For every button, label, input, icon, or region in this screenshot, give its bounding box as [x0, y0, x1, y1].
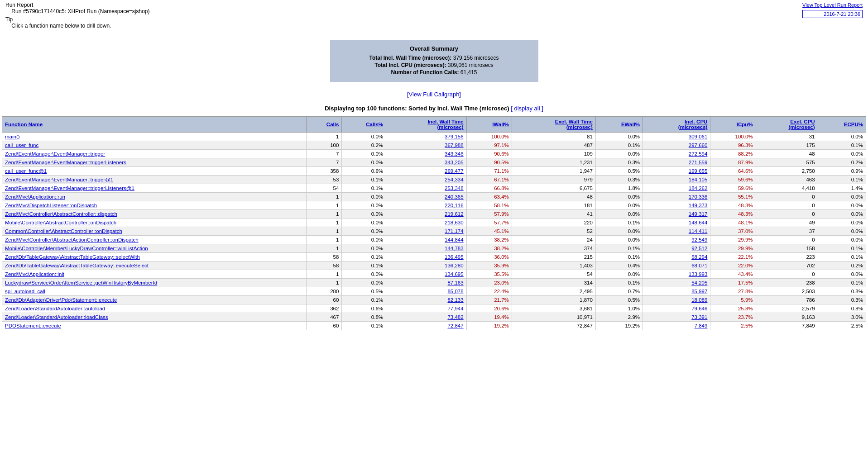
cell-iwall-pct: 23.0% [466, 279, 512, 287]
cell-ewall-pct: 0.3% [595, 158, 643, 167]
cell-ecpu: 223 [756, 253, 818, 261]
cell-calls: 1 [307, 236, 342, 244]
cell-iwt: 253,348 [386, 184, 467, 193]
cell-ecpu: 175 [756, 141, 818, 150]
cell-ecpu: 575 [756, 158, 818, 167]
cell-func-name: Zend\Db\TableGateway\AbstractTableGatewa… [2, 261, 307, 270]
ecpu-sort-link[interactable]: Excl. CPU(microsec) [788, 119, 815, 130]
cell-icpu-pct: 48.3% [710, 210, 756, 219]
ecpu-pct-sort-link[interactable]: ECPU% [844, 122, 863, 127]
icpu-sort-link[interactable]: Incl. CPU(microsecs) [678, 119, 708, 130]
cell-ewt: 374 [512, 244, 595, 253]
function-name-sort-link[interactable]: Function Name [5, 122, 43, 127]
table-row: Mobile\Controller\Member\LuckyDrawContro… [2, 244, 866, 253]
function-link[interactable]: Zend\Loader\StandardAutoloader::autoload [5, 306, 105, 311]
cell-iwt: 77,944 [386, 304, 467, 313]
cell-ewt: 220 [512, 219, 595, 227]
callgraph-link[interactable]: [View Full Callgraph] [407, 91, 461, 98]
function-link[interactable]: Mobile\Controller\AbstractController::on… [5, 220, 116, 225]
function-link[interactable]: Zend\Db\Adapter\Driver\Pdo\Statement::ex… [5, 297, 117, 303]
run-report-label: Run Report [5, 2, 33, 8]
function-link[interactable]: Zend\Db\TableGateway\AbstractTableGatewa… [5, 254, 140, 260]
iwall-pct-sort-link[interactable]: IWall% [492, 122, 509, 127]
function-link[interactable]: Zend\Mvc\Controller\AbstractActionContro… [5, 237, 139, 242]
cell-icpu-pct: 48.3% [710, 201, 756, 210]
cell-icpu: 92,512 [643, 244, 710, 253]
cell-ecpu: 2,750 [756, 167, 818, 176]
func-calls-value: 61,415 [460, 69, 477, 76]
cell-ewall-pct: 0.1% [595, 219, 643, 227]
cell-iwall-pct: 58.1% [466, 201, 512, 210]
calls-pct-sort-link[interactable]: Calls% [366, 122, 383, 127]
function-link[interactable]: spl_autoload_call [5, 289, 45, 294]
cell-ecpu: 0 [756, 201, 818, 210]
cell-icpu-pct: 5.9% [710, 296, 756, 304]
cell-ewt: 2,495 [512, 287, 595, 296]
function-link[interactable]: Zend\Loader\StandardAutoloader::loadClas… [5, 314, 108, 320]
cell-func-name: Zend\Db\Adapter\Driver\Pdo\Statement::ex… [2, 296, 307, 304]
cell-icpu-pct: 59.6% [710, 176, 756, 184]
cell-ecpu-pct: 0.1% [818, 279, 866, 287]
calls-sort-link[interactable]: Calls [326, 122, 339, 127]
cell-icpu-pct: 29.9% [710, 236, 756, 244]
function-link[interactable]: Zend\Db\TableGateway\AbstractTableGatewa… [5, 263, 149, 268]
cell-func-name: Common\Controller\AbstractController::on… [2, 227, 307, 236]
cell-icpu: 309,061 [643, 133, 710, 141]
function-link[interactable]: Zend\EventManager\EventManager::trigger [5, 151, 105, 157]
cell-func-name: spl_autoload_call [2, 287, 307, 296]
cell-func-name: Zend\EventManager\EventManager::trigger@… [2, 176, 307, 184]
cell-iwall-pct: 38.2% [466, 244, 512, 253]
cell-iwt: 72,847 [386, 322, 467, 330]
cell-calls: 60 [307, 322, 342, 330]
function-link[interactable]: Common\Controller\AbstractController::on… [5, 228, 122, 234]
cell-icpu: 68,071 [643, 261, 710, 270]
cell-iwall-pct: 90.6% [466, 150, 512, 158]
function-link[interactable]: Zend\EventManager\EventManager::trigger@… [5, 177, 113, 182]
cell-icpu: 133,993 [643, 270, 710, 279]
function-link[interactable]: Zend\EventManager\EventManager::triggerL… [5, 160, 126, 165]
cell-icpu-pct: 88.2% [710, 150, 756, 158]
display-all-link[interactable]: [ display all ] [511, 105, 543, 112]
function-link[interactable]: Zend\Mvc\Controller\AbstractController::… [5, 211, 117, 217]
function-link[interactable]: call_user_func [5, 143, 38, 148]
cell-func-name: Mobile\Controller\AbstractController::on… [2, 219, 307, 227]
cell-ecpu-pct: 0.0% [818, 133, 866, 141]
function-link[interactable]: Zend\Mvc\DispatchListener::onDispatch [5, 203, 97, 208]
ewall-pct-sort-link[interactable]: EWall% [621, 122, 640, 127]
cell-ewall-pct: 0.1% [595, 279, 643, 287]
cell-ecpu: 463 [756, 176, 818, 184]
cell-icpu: 92,549 [643, 236, 710, 244]
function-link[interactable]: Luckydraw\Service\Order\ItemService::get… [5, 280, 157, 285]
overall-summary: Overall Summary Total Incl. Wall Time (m… [330, 40, 538, 82]
cell-iwt: 171,174 [386, 227, 467, 236]
function-link[interactable]: PDOStatement::execute [5, 323, 61, 328]
cell-calls-pct: 0.1% [342, 253, 386, 261]
cell-iwall-pct: 38.2% [466, 236, 512, 244]
cell-calls-pct: 0.5% [342, 287, 386, 296]
table-row: call_user_func@1 358 0.6% 269,477 71.1% … [2, 167, 866, 176]
cell-ecpu-pct: 0.1% [818, 244, 866, 253]
cell-ecpu: 0 [756, 236, 818, 244]
function-link[interactable]: Zend\Mvc\Application::run [5, 194, 65, 200]
function-link[interactable]: call_user_func@1 [5, 168, 47, 174]
top-level-run-report-link[interactable]: View Top Level Run Report [802, 2, 863, 8]
function-link[interactable]: Zend\Mvc\Application::init [5, 271, 64, 277]
iwt-sort-link[interactable]: Incl. Wall Time(microsec) [427, 119, 463, 130]
icpu-pct-sort-link[interactable]: ICpu% [737, 122, 753, 127]
cell-icpu: 149,317 [643, 210, 710, 219]
function-link[interactable]: Zend\EventManager\EventManager::triggerL… [5, 185, 134, 191]
cell-iwt: 379,156 [386, 133, 467, 141]
cell-ecpu: 0 [756, 210, 818, 219]
cell-calls-pct: 0.0% [342, 210, 386, 219]
func-calls-row: Number of Function Calls: 61,415 [339, 69, 529, 76]
cell-calls-pct: 0.0% [342, 236, 386, 244]
cell-func-name: Zend\Mvc\Controller\AbstractActionContro… [2, 236, 307, 244]
table-row: Zend\EventManager\EventManager::triggerL… [2, 184, 866, 193]
cell-iwt: 343,205 [386, 158, 467, 167]
display-text: Displaying top 100 functions: Sorted by … [325, 105, 509, 112]
function-link[interactable]: Mobile\Controller\Member\LuckyDrawContro… [5, 246, 148, 251]
col-header-ecpu-pct: ECPU% [818, 117, 866, 133]
cell-func-name: Zend\EventManager\EventManager::triggerL… [2, 184, 307, 193]
function-link[interactable]: main() [5, 134, 20, 139]
ewt-sort-link[interactable]: Excl. Wall Time(microsec) [555, 119, 593, 130]
